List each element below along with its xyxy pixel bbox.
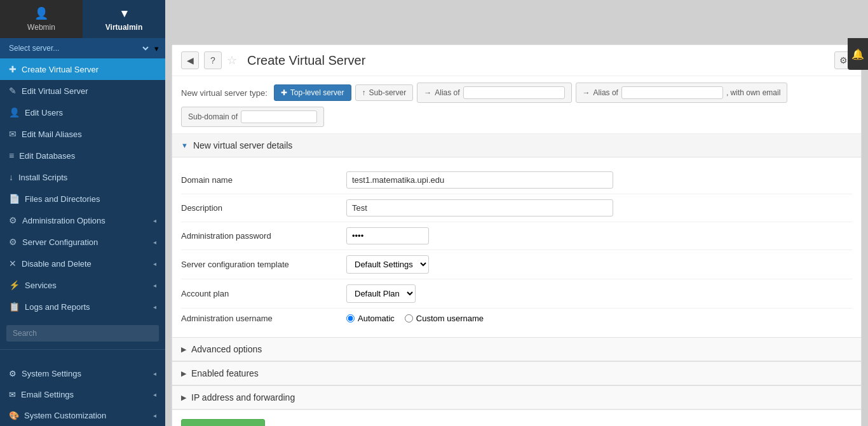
sidebar-item-edit-mail-aliases[interactable]: ✉ Edit Mail Aliases: [0, 123, 165, 145]
alias-icon: →: [424, 88, 431, 97]
search-input[interactable]: [6, 325, 159, 342]
description-control: [346, 199, 852, 216]
description-input[interactable]: [346, 199, 613, 216]
sidebar-item-server-configuration[interactable]: ⚙ Server Configuration ◂: [0, 231, 165, 253]
sidebar-item-label: Logs and Reports: [25, 302, 90, 312]
db-icon: ≡: [9, 150, 14, 161]
domain-name-control: [346, 171, 852, 189]
help-button[interactable]: ?: [204, 51, 222, 69]
sidebar-item-system-settings[interactable]: ⚙ System Settings ◂: [0, 363, 165, 384]
favorite-star[interactable]: ☆: [227, 53, 237, 67]
form-row-server-config: Server configuration template Default Se…: [181, 250, 852, 279]
sidebar-item-disable-and-delete[interactable]: ✕ Disable and Delete ◂: [0, 253, 165, 274]
sidebar-item-install-scripts[interactable]: ↓ Install Scripts: [0, 166, 165, 188]
sidebar-item-edit-databases[interactable]: ≡ Edit Databases: [0, 145, 165, 166]
radio-custom-input[interactable]: [405, 314, 413, 323]
chevron-right-icon: ◂: [153, 260, 156, 267]
expand-icon: ▶: [181, 345, 186, 354]
chevron-right-icon: ◂: [153, 239, 156, 246]
section-header-advanced[interactable]: ▶ Advanced options: [172, 338, 861, 361]
sidebar-item-label: Install Scripts: [18, 173, 67, 182]
alias-email-input[interactable]: [621, 86, 723, 99]
radio-automatic[interactable]: Automatic: [346, 314, 395, 323]
type-btn-alias-own-email[interactable]: → Alias of , with own email: [576, 83, 788, 103]
webmin-label: Webmin: [27, 23, 55, 32]
sidebar-item-administration-options[interactable]: ⚙ Administration Options ◂: [0, 210, 165, 231]
sidebar-item-files-and-directories[interactable]: 📄 Files and Directories: [0, 188, 165, 210]
sidebar-item-email-settings[interactable]: ✉ Email Settings ◂: [0, 384, 165, 405]
email-settings-icon: ✉: [9, 390, 16, 399]
sidebar-divider: [0, 349, 165, 350]
sidebar-item-system-customization[interactable]: 🎨 System Customization ◂: [0, 405, 165, 426]
section-header-features[interactable]: ▶ Enabled features: [172, 362, 861, 385]
virtualmin-tab[interactable]: ▾ Virtualmin: [83, 0, 165, 38]
section-body-details: Domain name Description Administration p…: [172, 157, 861, 337]
sidebar-item-label: Edit Users: [25, 108, 63, 117]
new-server-details-section: ▼ New virtual server details Domain name…: [172, 134, 861, 337]
section-header-details[interactable]: ▼ New virtual server details: [172, 134, 861, 157]
sidebar-item-create-virtual-server[interactable]: ✚ Create Virtual Server: [0, 58, 165, 80]
mail-icon: ✉: [9, 129, 17, 139]
sidebar-item-edit-virtual-server[interactable]: ✎ Edit Virtual Server: [0, 80, 165, 102]
sidebar: Select server... ▾ ✚ Create Virtual Serv…: [0, 38, 165, 426]
sidebar-item-label: Services: [25, 281, 57, 290]
notification-bell[interactable]: 🔔: [848, 38, 868, 70]
type-btn-sub-server[interactable]: ↑ Sub-server: [355, 84, 414, 101]
chevron-right-icon: ◂: [153, 282, 156, 289]
domain-name-input[interactable]: [346, 171, 613, 189]
account-plan-control: Default Plan: [346, 284, 852, 303]
radio-automatic-label: Automatic: [358, 314, 395, 323]
form-row-account-plan: Account plan Default Plan: [181, 279, 852, 309]
account-plan-select[interactable]: Default Plan: [346, 284, 416, 303]
type-btn-alias-of[interactable]: → Alias of: [417, 83, 571, 103]
page-header: ◀ ? ☆ Create Virtual Server ⚙: [172, 45, 861, 76]
server-selector[interactable]: Select server... ▾: [0, 38, 165, 58]
type-label: Alias of: [435, 88, 459, 97]
services-icon: ⚡: [9, 280, 20, 290]
back-button[interactable]: ◀: [181, 51, 199, 69]
sidebar-item-services[interactable]: ⚡ Services ◂: [0, 274, 165, 296]
type-label: Sub-server: [369, 88, 407, 97]
sidebar-item-label: Administration Options: [22, 216, 105, 225]
advanced-options-section: ▶ Advanced options: [172, 337, 861, 361]
alias-email-suffix: , with own email: [726, 88, 780, 97]
type-icon: ✚: [281, 88, 287, 97]
users-icon: 👤: [9, 107, 20, 117]
admin-username-control: Automatic Custom username: [346, 314, 852, 323]
server-config-select[interactable]: Default Settings: [346, 255, 429, 274]
sidebar-item-label: Edit Mail Aliases: [22, 130, 82, 139]
admin-password-control: [346, 227, 852, 244]
form-row-description: Description: [181, 194, 852, 222]
customization-icon: 🎨: [9, 411, 19, 420]
radio-automatic-input[interactable]: [346, 314, 355, 323]
server-select-dropdown[interactable]: Select server...: [6, 43, 151, 53]
radio-custom-username[interactable]: Custom username: [405, 314, 484, 323]
create-server-button[interactable]: ✓ Create Server: [181, 419, 265, 426]
section-header-ip[interactable]: ▶ IP address and forwarding: [172, 386, 861, 409]
type-label: Top-level server: [290, 88, 344, 97]
server-type-label: New virtual server type:: [181, 88, 268, 98]
chevron-right-icon: ◂: [153, 217, 156, 224]
files-icon: 📄: [9, 194, 20, 204]
action-bar: ✓ Create Server: [172, 409, 861, 426]
server-config-icon: ⚙: [9, 237, 17, 247]
main-content: ◀ ? ☆ Create Virtual Server ⚙ New virtua…: [165, 38, 868, 426]
bell-icon: 🔔: [851, 48, 864, 60]
sidebar-item-label: System Settings: [22, 369, 81, 378]
sidebar-item-edit-users[interactable]: 👤 Edit Users: [0, 102, 165, 123]
type-btn-subdomain[interactable]: Sub-domain of: [181, 107, 324, 127]
sidebar-item-label: Server Configuration: [22, 237, 98, 247]
page-title: Create Virtual Server: [247, 53, 829, 68]
alias-of-input[interactable]: [463, 86, 565, 99]
delete-icon: ✕: [9, 258, 17, 269]
subdomain-input[interactable]: [241, 110, 317, 123]
expand-icon: ▶: [181, 394, 186, 402]
settings-icon: ⚙: [839, 55, 848, 65]
sidebar-item-logs-and-reports[interactable]: 📋 Logs and Reports ◂: [0, 296, 165, 317]
description-label: Description: [181, 203, 346, 213]
admin-password-input[interactable]: [346, 227, 429, 244]
collapse-icon: ▼: [181, 142, 188, 149]
scripts-icon: ↓: [9, 172, 13, 182]
webmin-tab[interactable]: 👤 Webmin: [0, 0, 83, 38]
type-btn-top-level[interactable]: ✚ Top-level server: [274, 84, 351, 101]
